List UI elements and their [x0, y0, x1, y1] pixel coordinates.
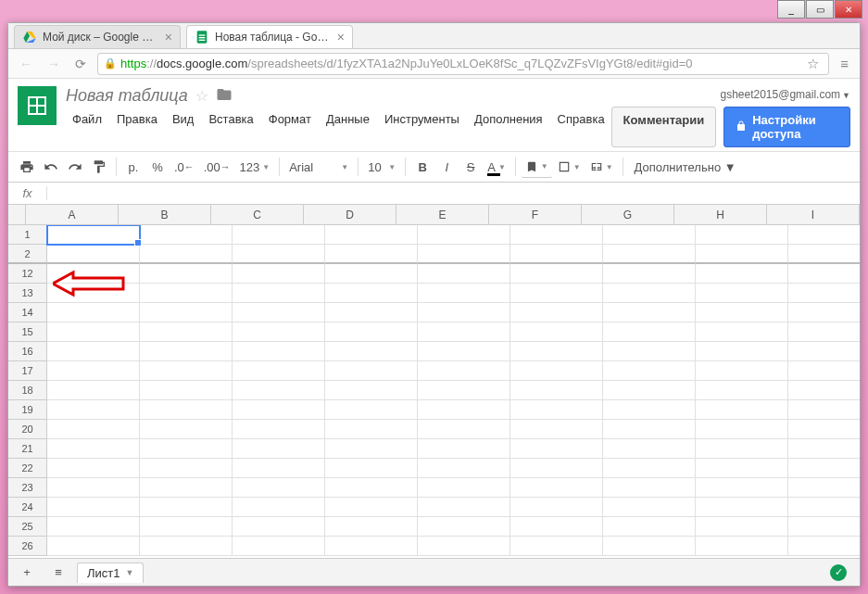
cell[interactable] [696, 381, 788, 400]
cell[interactable] [47, 517, 140, 537]
cell[interactable] [325, 245, 418, 264]
cell[interactable] [510, 361, 603, 381]
cell[interactable] [233, 342, 325, 361]
cell[interactable] [696, 361, 788, 381]
cell[interactable] [788, 400, 860, 420]
cell[interactable] [696, 225, 788, 245]
cell[interactable] [325, 439, 418, 459]
cell[interactable] [47, 322, 140, 342]
cell[interactable] [603, 498, 696, 517]
cell[interactable] [510, 342, 603, 361]
cell[interactable] [140, 264, 233, 284]
cell[interactable] [603, 225, 696, 245]
cell[interactable] [140, 400, 233, 420]
cell[interactable] [47, 361, 140, 381]
cell[interactable] [788, 361, 860, 381]
reload-button[interactable]: ⟳ [71, 55, 90, 73]
cell[interactable] [325, 478, 418, 498]
cell[interactable] [140, 245, 233, 264]
strikethrough-button[interactable]: S [459, 156, 482, 178]
close-icon[interactable]: × [337, 30, 345, 44]
cell[interactable] [696, 400, 788, 420]
cell[interactable] [233, 361, 325, 381]
cell[interactable] [510, 459, 603, 478]
cell[interactable] [788, 517, 860, 537]
sheets-logo[interactable] [18, 86, 57, 125]
cell[interactable] [418, 245, 510, 264]
cell[interactable] [510, 381, 603, 400]
cell[interactable] [233, 478, 325, 498]
cell[interactable] [47, 381, 140, 400]
folder-icon[interactable] [216, 86, 233, 106]
cell[interactable] [510, 478, 603, 498]
cell[interactable] [696, 284, 788, 303]
cell[interactable] [325, 420, 418, 439]
document-title[interactable]: Новая таблица [66, 86, 188, 106]
row-header[interactable]: 15 [8, 322, 47, 342]
cell[interactable] [325, 517, 418, 537]
cell[interactable] [696, 498, 788, 517]
cell[interactable] [140, 459, 233, 478]
cell[interactable] [696, 342, 788, 361]
cell[interactable] [696, 517, 788, 537]
bold-button[interactable]: B [411, 156, 434, 178]
row-header[interactable]: 24 [8, 498, 47, 517]
cell[interactable] [233, 381, 325, 400]
minimize-button[interactable]: _ [777, 0, 805, 19]
cell[interactable] [47, 342, 140, 361]
cell[interactable] [696, 478, 788, 498]
more-toolbar-button[interactable]: Дополнительно ▼ [629, 160, 742, 174]
menu-данные[interactable]: Данные [320, 109, 376, 129]
cell[interactable] [325, 361, 418, 381]
row-header[interactable]: 14 [8, 303, 47, 322]
cell[interactable] [418, 361, 510, 381]
cell[interactable] [233, 459, 325, 478]
cell[interactable] [325, 264, 418, 284]
text-color-button[interactable]: A▼ [484, 156, 509, 178]
cell[interactable] [603, 537, 696, 556]
cell[interactable] [418, 459, 510, 478]
cell[interactable] [233, 225, 325, 245]
column-header[interactable]: I [767, 205, 860, 225]
cell[interactable] [788, 537, 860, 556]
cell[interactable] [233, 322, 325, 342]
cell[interactable] [47, 498, 140, 517]
row-header[interactable]: 21 [8, 439, 47, 459]
cell[interactable] [696, 439, 788, 459]
menu-вставка[interactable]: Вставка [202, 109, 259, 129]
menu-дополнения[interactable]: Дополнения [468, 109, 549, 129]
cell[interactable] [47, 537, 140, 556]
cell[interactable] [140, 517, 233, 537]
row-header[interactable]: 22 [8, 459, 47, 478]
cell[interactable] [140, 361, 233, 381]
cell[interactable] [325, 342, 418, 361]
cell[interactable] [233, 420, 325, 439]
cell[interactable] [418, 322, 510, 342]
cell[interactable] [510, 439, 603, 459]
cell[interactable] [325, 225, 418, 245]
cell[interactable] [603, 361, 696, 381]
cell[interactable] [47, 420, 140, 439]
cell[interactable] [140, 303, 233, 322]
comments-button[interactable]: Комментарии [611, 107, 717, 147]
cell[interactable] [418, 303, 510, 322]
column-header[interactable]: F [489, 205, 582, 225]
cell[interactable] [233, 284, 325, 303]
cell[interactable] [233, 264, 325, 284]
cell[interactable] [418, 284, 510, 303]
cell[interactable] [140, 420, 233, 439]
back-button[interactable]: ← [16, 55, 36, 73]
borders-button[interactable]: ▼ [554, 156, 585, 178]
cell[interactable] [140, 381, 233, 400]
row-header[interactable]: 19 [8, 400, 47, 420]
cell[interactable] [325, 284, 418, 303]
cell[interactable] [788, 284, 860, 303]
cell[interactable] [788, 498, 860, 517]
star-icon[interactable]: ☆ [195, 87, 208, 105]
cell[interactable] [603, 478, 696, 498]
cell[interactable] [47, 284, 140, 303]
cell[interactable] [140, 478, 233, 498]
cell[interactable] [788, 342, 860, 361]
cell[interactable] [510, 517, 603, 537]
cell[interactable] [788, 245, 860, 264]
